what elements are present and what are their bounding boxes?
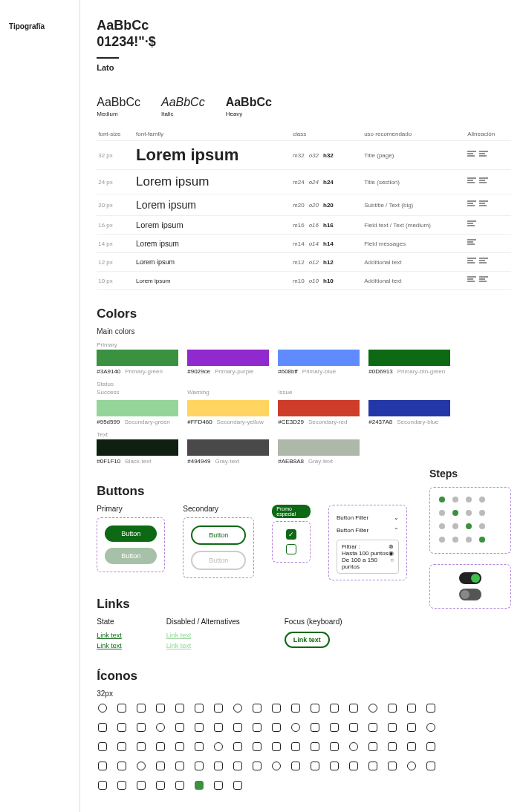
ui-icon <box>386 721 398 733</box>
steps-grid-box <box>429 487 511 554</box>
ui-icon <box>270 702 282 714</box>
ui-icon <box>270 741 282 753</box>
ui-icon <box>212 741 224 753</box>
ui-icon <box>270 721 282 733</box>
align-left-icon <box>479 200 488 208</box>
ui-icon <box>212 721 224 733</box>
ui-icon <box>155 721 166 733</box>
step-dot <box>452 537 458 543</box>
secondary-button-disabled: Button <box>191 551 246 570</box>
chevron-up-icon: ⌃ <box>394 527 399 534</box>
ui-icon <box>425 702 437 714</box>
ui-icon <box>232 741 244 753</box>
color-swatch: #0D6913Primary-btn-green <box>368 350 450 375</box>
color-swatch: #608bffPrimary-blue <box>278 350 360 375</box>
checkbox-unchecked[interactable] <box>286 544 296 554</box>
ui-icon <box>232 779 244 791</box>
ui-icon <box>328 721 340 733</box>
primary-button[interactable]: Button <box>105 525 157 542</box>
filter-option-2[interactable]: De 100 a 150 puntos○ <box>342 557 394 570</box>
ui-icon <box>232 702 244 714</box>
align-left-icon <box>479 276 488 284</box>
ui-icon <box>155 702 166 714</box>
icon-grid <box>97 702 453 791</box>
toggle-off[interactable] <box>459 589 481 600</box>
ui-icon <box>174 721 186 733</box>
weight-label: Medium <box>97 111 140 117</box>
buttons-title: Buttons <box>97 484 407 499</box>
ui-icon <box>116 702 128 714</box>
align-left-icon <box>467 200 476 208</box>
ui-icon <box>270 760 282 772</box>
step-dot <box>466 497 472 502</box>
chevron-down-icon: ⌄ <box>394 514 399 521</box>
step-dot <box>452 523 458 529</box>
main-content: AaBbCc 01234!"·$ Lato AaBbCc MediumAaBbC… <box>80 0 523 812</box>
sidebar-title: Tipografía <box>9 22 71 30</box>
ui-icon <box>348 760 360 772</box>
main-colors-title: Main colors <box>97 327 511 335</box>
link-disabled-2: Link text <box>166 642 240 649</box>
color-swatch: #9029cePrimary-purple <box>187 350 269 375</box>
ui-icon <box>328 741 340 753</box>
ui-icon <box>348 702 360 714</box>
filter-expanded[interactable]: Button Filter ⌃ <box>337 524 399 537</box>
filter-option-1[interactable]: Hasta 100 puntos◉ <box>342 550 394 557</box>
color-section-label: Status <box>97 381 511 387</box>
step-dot <box>466 510 472 516</box>
link-state-2[interactable]: Link text <box>97 642 122 649</box>
color-swatch: #2437A8Secondary-blue <box>368 400 450 425</box>
ui-icon <box>135 760 147 772</box>
ui-icon <box>348 721 360 733</box>
step-dot <box>466 537 472 543</box>
links-focus-title: Focus (keyboard) <box>285 618 342 626</box>
font-name: Lato <box>97 63 511 72</box>
link-focus[interactable]: Link text <box>285 632 330 648</box>
ui-icon <box>328 702 340 714</box>
ui-icon <box>290 702 302 714</box>
weight-sample: AaBbCc <box>226 96 272 109</box>
close-icon[interactable]: ⊗ <box>389 543 394 550</box>
checkbox-checked[interactable]: ✓ <box>286 529 296 540</box>
step-dot <box>479 523 485 529</box>
step-dot <box>439 537 445 543</box>
ui-icon <box>348 741 360 753</box>
ui-icon <box>386 760 398 772</box>
ui-icon <box>425 760 437 772</box>
ui-icon <box>212 779 224 791</box>
ui-icon <box>97 741 108 753</box>
color-swatch: #AEB8A8Gray-text <box>278 439 360 465</box>
ui-icon <box>193 779 205 791</box>
ui-icon <box>251 760 263 772</box>
link-state-1[interactable]: Link text <box>97 632 122 639</box>
ui-icon <box>425 721 437 733</box>
ui-icon <box>367 702 379 714</box>
step-dot <box>479 510 485 516</box>
align-left-icon <box>467 239 476 246</box>
ui-icon <box>135 741 147 753</box>
step-dot <box>439 497 445 502</box>
ui-icon <box>309 721 321 733</box>
type-sample: Lorem ipsum <box>136 145 238 164</box>
ui-icon <box>97 760 108 772</box>
align-left-icon <box>479 177 488 185</box>
ui-icon <box>290 760 302 772</box>
filter-options: Filtrar :⊗ Hasta 100 puntos◉ De 100 a 15… <box>337 540 399 574</box>
filter-collapsed[interactable]: Button Filter ⌄ <box>337 511 399 524</box>
align-left-icon <box>467 151 476 158</box>
ui-icon <box>386 702 398 714</box>
type-sample: Lorem ipsum <box>136 174 209 189</box>
link-disabled-1: Link text <box>166 632 240 639</box>
toggle-group <box>429 564 511 609</box>
secondary-button[interactable]: Button <box>191 525 246 545</box>
toggle-on[interactable] <box>459 572 481 584</box>
align-left-icon <box>467 276 476 284</box>
ui-icon <box>328 760 340 772</box>
step-dot <box>479 497 485 502</box>
color-swatch: #3A9140Primary-green <box>97 350 178 375</box>
ui-icon <box>290 741 302 753</box>
ui-icon <box>116 721 128 733</box>
ui-icon <box>406 721 418 733</box>
ui-icon <box>367 741 379 753</box>
ui-icon <box>290 721 302 733</box>
